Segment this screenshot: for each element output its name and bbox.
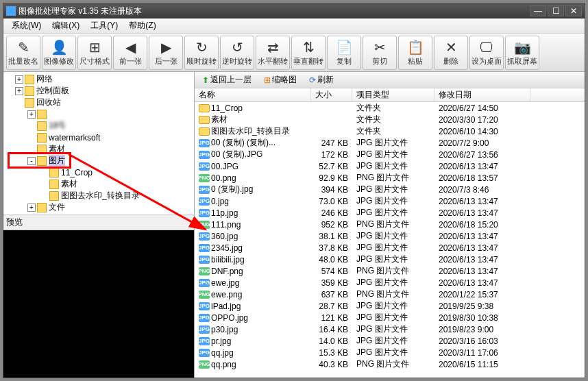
tree-toggle[interactable]: +	[15, 75, 23, 84]
file-row[interactable]: JPGp30.jpg16.4 KBJPG 图片文件2019/8/23 9:00	[195, 323, 585, 335]
png-icon: PNG	[199, 221, 210, 229]
file-type: PNG 图片文件	[352, 172, 434, 184]
col-type[interactable]: 项目类型	[352, 88, 434, 101]
tool-9[interactable]: 📄复制	[327, 36, 361, 70]
tree-item[interactable]: 11_Crop	[5, 167, 193, 178]
tool-11[interactable]: 📋粘贴	[398, 36, 432, 70]
tool-6[interactable]: ↺逆时旋转	[220, 36, 254, 70]
minimize-button[interactable]: —	[530, 5, 546, 16]
file-row[interactable]: PNGewe.png637 KBPNG 图片文件2020/1/22 15:37	[195, 288, 585, 300]
col-size[interactable]: 大小	[311, 88, 352, 101]
file-type: 文件夹	[352, 114, 434, 125]
tool-14[interactable]: 📷抓取屏幕	[505, 36, 539, 70]
file-name: 图图去水印_转换目录	[211, 125, 290, 137]
tool-icon: 📄	[336, 38, 353, 56]
file-row[interactable]: JPGewe.jpg359 KBJPG 图片文件2020/6/13 13:47	[195, 277, 585, 288]
menu-tools[interactable]: 工具(Y)	[85, 19, 123, 33]
file-row[interactable]: JPG0 (复制).jpg394 KBJPG 图片文件2020/7/3 8:46	[195, 184, 585, 195]
file-size: 15.3 KB	[311, 348, 352, 358]
file-row[interactable]: JPG00 (复制).JPG172 KBJPG 图片文件2020/6/27 13…	[195, 149, 585, 160]
file-date: 2019/9/25 9:38	[434, 302, 530, 311]
folder-tree[interactable]: + 网络+ 控制面板 回收站+ 18号 watermarksoft 素材- 图片…	[3, 72, 194, 214]
tree-item[interactable]: 18号	[5, 120, 193, 132]
folder-icon	[199, 116, 210, 124]
file-row[interactable]: PNGqq.png40.3 KBPNG 图片文件2020/6/15 11:15	[195, 358, 585, 370]
file-name: pr.jpg	[211, 336, 231, 346]
tree-item[interactable]: - 图片	[5, 155, 193, 167]
refresh-button[interactable]: ⟳刷新	[304, 72, 339, 88]
tree-item[interactable]: +	[5, 108, 193, 120]
file-row[interactable]: JPGiPad.jpg28.7 KBJPG 图片文件2019/9/25 9:38	[195, 300, 585, 312]
file-row[interactable]: 图图去水印_转换目录文件夹2020/6/10 14:30	[195, 125, 585, 137]
file-row[interactable]: JPG00.JPG52.7 KBJPG 图片文件2020/6/13 13:47	[195, 160, 585, 172]
col-name[interactable]: 名称	[195, 88, 311, 101]
tool-2[interactable]: ⊞尺寸格式	[77, 36, 112, 70]
file-type: JPG 图片文件	[352, 254, 434, 265]
tool-0[interactable]: ✎批量改名	[6, 36, 40, 70]
file-date: 2020/1/22 15:37	[434, 290, 530, 299]
close-button[interactable]: ✕	[565, 5, 582, 16]
thumbnail-button[interactable]: ⊞缩略图	[259, 72, 302, 88]
up-button[interactable]: ⬆返回上一层	[197, 72, 256, 88]
file-name: ewe.png	[211, 290, 242, 299]
file-row[interactable]: JPGOPPO.jpg121 KBJPG 图片文件2019/8/30 10:38	[195, 312, 585, 323]
folder-icon	[37, 121, 47, 131]
jpg-icon: JPG	[199, 314, 210, 322]
file-row[interactable]: 素材文件夹2020/3/30 17:20	[195, 114, 585, 125]
maximize-button[interactable]: ☐	[548, 5, 564, 16]
col-date[interactable]: 修改日期	[434, 88, 530, 101]
tool-12[interactable]: ✕删除	[434, 36, 468, 70]
jpg-icon: JPG	[199, 244, 210, 252]
tree-toggle[interactable]: -	[27, 157, 36, 165]
file-row[interactable]: JPG2345.jpg37.8 KBJPG 图片文件2020/6/13 13:4…	[195, 242, 585, 254]
tree-item[interactable]: 图图去水印_转换目录	[5, 190, 193, 201]
tool-3[interactable]: ◀前一张	[113, 36, 147, 70]
tree-item[interactable]: 素材	[5, 178, 193, 190]
file-name: 2345.jpg	[211, 243, 243, 253]
file-name: 00.JPG	[211, 162, 238, 171]
tree-item[interactable]: watermarksoft	[5, 132, 193, 143]
tree-item[interactable]: + 网络	[5, 73, 193, 85]
tool-label: 批量改名	[8, 56, 38, 66]
file-size: 952 KB	[311, 220, 352, 230]
file-list[interactable]: 11_Crop文件夹2020/6/27 14:50素材文件夹2020/3/30 …	[195, 102, 585, 378]
file-row[interactable]: JPGqq.jpg15.3 KBJPG 图片文件2020/3/11 17:06	[195, 347, 585, 358]
menu-edit[interactable]: 编辑(X)	[47, 19, 85, 33]
tool-4[interactable]: ▶后一张	[149, 36, 183, 70]
file-date: 2020/7/3 8:46	[434, 185, 530, 195]
tree-toggle[interactable]: +	[15, 87, 23, 95]
file-row[interactable]: JPG00 (复制) (复制)...247 KBJPG 图片文件2020/7/2…	[195, 137, 585, 149]
file-row[interactable]: PNG111.png952 KBPNG 图片文件2020/6/18 15:20	[195, 219, 585, 230]
file-row[interactable]: PNGDNF.png574 KBPNG 图片文件2020/6/13 13:47	[195, 265, 585, 277]
tree-item[interactable]: + 文件	[5, 201, 193, 213]
tree-toggle[interactable]: +	[27, 204, 36, 212]
tree-item[interactable]: 回收站	[5, 97, 193, 108]
tool-icon: ▶	[161, 38, 171, 56]
folder-icon	[25, 86, 34, 96]
file-row[interactable]: 11_Crop文件夹2020/6/27 14:50	[195, 102, 585, 114]
menu-system[interactable]: 系统(W)	[6, 19, 47, 33]
menu-help[interactable]: 帮助(Z)	[123, 19, 161, 33]
file-row[interactable]: JPGbilibili.jpg48.0 KBJPG 图片文件2020/6/13 …	[195, 254, 585, 265]
tool-10[interactable]: ✂剪切	[363, 36, 397, 70]
tree-item[interactable]: 素材	[5, 143, 193, 155]
tree-item[interactable]: + 控制面板	[5, 85, 193, 97]
file-row[interactable]: PNG00.png92.9 KBPNG 图片文件2020/6/18 13:57	[195, 172, 585, 184]
tree-toggle[interactable]: +	[27, 110, 36, 119]
file-row[interactable]: JPGpr.jpg14.0 KBJPG 图片文件2020/3/16 16:03	[195, 335, 585, 347]
tool-13[interactable]: 🖵设为桌面	[469, 36, 504, 70]
tool-7[interactable]: ⇄水平翻转	[256, 36, 290, 70]
file-size: 73.0 KB	[311, 197, 352, 206]
file-type: PNG 图片文件	[352, 219, 434, 230]
jpg-icon: JPG	[199, 139, 210, 147]
file-type: PNG 图片文件	[352, 288, 434, 300]
tool-label: 抓取屏幕	[507, 56, 537, 66]
file-row[interactable]: JPG360.jpg38.1 KBJPG 图片文件2020/6/13 13:47	[195, 230, 585, 242]
file-row[interactable]: JPG11p.jpg246 KBJPG 图片文件2020/6/13 13:47	[195, 207, 585, 219]
file-date: 2020/6/27 14:50	[434, 103, 530, 113]
tool-8[interactable]: ⇅垂直翻转	[291, 36, 326, 70]
file-size: 637 KB	[311, 290, 352, 299]
file-row[interactable]: JPG0.jpg73.0 KBJPG 图片文件2020/6/13 13:47	[195, 195, 585, 207]
tool-5[interactable]: ↻顺时旋转	[184, 36, 219, 70]
tool-1[interactable]: 👤图像修改	[42, 36, 76, 70]
